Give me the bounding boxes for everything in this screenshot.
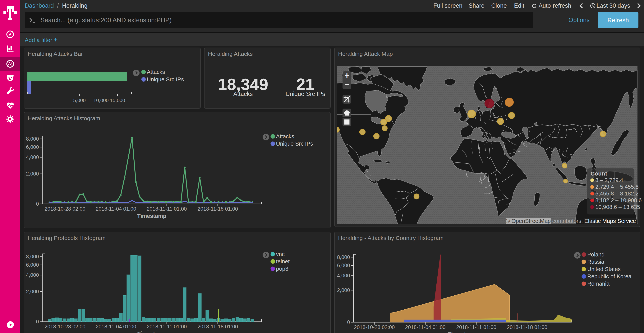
svg-text:Romania: Romania: [587, 281, 610, 287]
svg-text:2018-10-28 02:00: 2018-10-28 02:00: [354, 324, 395, 330]
svg-text:2018-11-04 01:00: 2018-11-04 01:00: [405, 324, 446, 330]
svg-text:United States: United States: [587, 266, 620, 272]
svg-text:2,000: 2,000: [337, 287, 350, 293]
svg-text:8,000: 8,000: [337, 254, 350, 260]
svg-text:2018-11-11 01:00: 2018-11-11 01:00: [456, 324, 496, 330]
svg-text:6,000: 6,000: [337, 263, 350, 268]
svg-text:0: 0: [347, 319, 350, 325]
svg-text:4,000: 4,000: [337, 273, 350, 278]
svg-text:Republic of Korea: Republic of Korea: [587, 273, 632, 279]
svg-text:Poland: Poland: [587, 251, 604, 258]
svg-text:Russia: Russia: [587, 259, 604, 265]
svg-text:Timestamp: Timestamp: [448, 331, 477, 333]
svg-text:2018-11-18 01:00: 2018-11-18 01:00: [507, 324, 547, 330]
